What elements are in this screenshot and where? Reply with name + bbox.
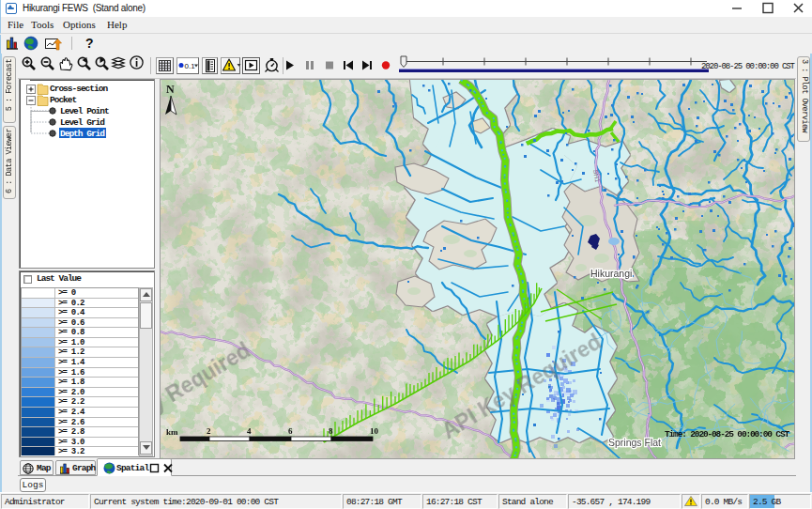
svg-text:N: N xyxy=(166,83,175,96)
svg-text:Springs Flat: Springs Flat xyxy=(608,437,661,448)
svg-text:4: 4 xyxy=(247,426,252,436)
svg-text:0.1: 0.1 xyxy=(185,62,196,70)
svg-text:2: 2 xyxy=(207,426,211,436)
svg-text:km: km xyxy=(166,427,178,437)
svg-text:Hikurangi: Hikurangi xyxy=(590,268,632,279)
svg-text:10: 10 xyxy=(370,426,379,436)
svg-text:Time: 2020-08-25 00:00:00 CST: Time: 2020-08-25 00:00:00 CST xyxy=(665,429,789,440)
svg-text:6: 6 xyxy=(288,426,293,436)
svg-text:8: 8 xyxy=(329,426,333,436)
